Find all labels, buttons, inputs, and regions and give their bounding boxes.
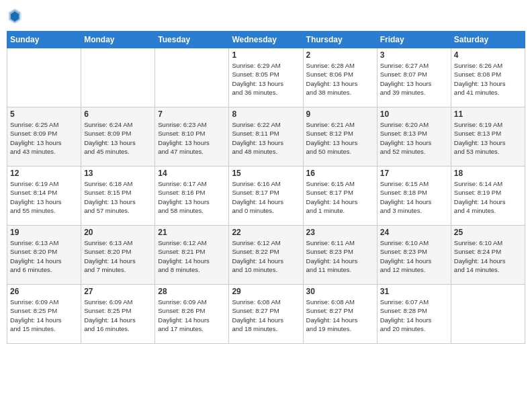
calendar-cell: 27Sunrise: 6:09 AM Sunset: 8:25 PM Dayli… [81,285,155,344]
calendar-cell: 5Sunrise: 6:25 AM Sunset: 8:09 PM Daylig… [7,107,81,167]
day-number: 17 [380,169,448,178]
day-info: Sunrise: 6:10 AM Sunset: 8:24 PM Dayligh… [454,238,522,274]
day-number: 3 [380,50,448,60]
day-info: Sunrise: 6:23 AM Sunset: 8:10 PM Dayligh… [158,120,226,156]
day-info: Sunrise: 6:28 AM Sunset: 8:06 PM Dayligh… [306,61,374,97]
day-number: 16 [306,169,374,178]
day-number: 28 [158,287,226,296]
day-info: Sunrise: 6:10 AM Sunset: 8:23 PM Dayligh… [380,238,448,274]
col-thursday: Thursday [303,32,377,48]
calendar-cell: 19Sunrise: 6:13 AM Sunset: 8:20 PM Dayli… [7,226,81,285]
day-number: 24 [380,228,448,237]
day-info: Sunrise: 6:12 AM Sunset: 8:22 PM Dayligh… [232,238,300,274]
calendar-cell [81,48,155,107]
calendar-cell [7,48,81,107]
calendar-cell: 11Sunrise: 6:19 AM Sunset: 8:13 PM Dayli… [451,107,525,167]
calendar-cell: 23Sunrise: 6:11 AM Sunset: 8:23 PM Dayli… [303,226,377,285]
calendar-cell: 28Sunrise: 6:09 AM Sunset: 8:26 PM Dayli… [155,285,229,344]
calendar-cell: 6Sunrise: 6:24 AM Sunset: 8:09 PM Daylig… [81,107,155,167]
calendar-cell: 18Sunrise: 6:14 AM Sunset: 8:19 PM Dayli… [451,167,525,226]
calendar-week-4: 19Sunrise: 6:13 AM Sunset: 8:20 PM Dayli… [7,226,525,285]
calendar-week-2: 5Sunrise: 6:25 AM Sunset: 8:09 PM Daylig… [7,107,525,167]
calendar-header-row: Sunday Monday Tuesday Wednesday Thursday… [7,32,525,48]
day-number: 25 [454,228,522,237]
day-number: 7 [158,109,226,119]
day-number: 15 [232,169,300,178]
day-number: 29 [232,287,300,296]
day-number: 23 [306,228,374,237]
day-number: 12 [10,169,78,178]
day-info: Sunrise: 6:18 AM Sunset: 8:15 PM Dayligh… [84,179,152,215]
day-info: Sunrise: 6:29 AM Sunset: 8:05 PM Dayligh… [232,61,300,97]
day-number: 26 [10,287,78,296]
calendar-cell: 17Sunrise: 6:15 AM Sunset: 8:18 PM Dayli… [377,167,451,226]
day-number: 8 [232,109,300,119]
day-number: 18 [454,169,522,178]
day-number: 13 [84,169,152,178]
day-info: Sunrise: 6:21 AM Sunset: 8:12 PM Dayligh… [306,120,374,156]
calendar-cell [155,48,229,107]
day-number: 10 [380,109,448,119]
day-info: Sunrise: 6:09 AM Sunset: 8:26 PM Dayligh… [158,298,226,333]
col-sunday: Sunday [7,32,81,48]
col-monday: Monday [81,32,155,48]
day-info: Sunrise: 6:20 AM Sunset: 8:13 PM Dayligh… [380,120,448,156]
day-number: 9 [306,109,374,119]
day-number: 11 [454,109,522,119]
day-number: 22 [232,228,300,237]
header [7,7,525,26]
calendar-cell: 25Sunrise: 6:10 AM Sunset: 8:24 PM Dayli… [451,226,525,285]
logo-icon [7,7,23,26]
day-number: 20 [84,228,152,237]
calendar-cell: 15Sunrise: 6:16 AM Sunset: 8:17 PM Dayli… [229,167,303,226]
day-info: Sunrise: 6:17 AM Sunset: 8:16 PM Dayligh… [158,179,226,215]
day-info: Sunrise: 6:25 AM Sunset: 8:09 PM Dayligh… [10,120,78,156]
day-info: Sunrise: 6:16 AM Sunset: 8:17 PM Dayligh… [232,179,300,215]
day-number: 5 [10,109,78,119]
calendar-cell: 3Sunrise: 6:27 AM Sunset: 8:07 PM Daylig… [377,48,451,107]
calendar-week-5: 26Sunrise: 6:09 AM Sunset: 8:25 PM Dayli… [7,285,525,344]
day-info: Sunrise: 6:13 AM Sunset: 8:20 PM Dayligh… [10,238,78,274]
calendar-cell: 1Sunrise: 6:29 AM Sunset: 8:05 PM Daylig… [229,48,303,107]
day-info: Sunrise: 6:24 AM Sunset: 8:09 PM Dayligh… [84,120,152,156]
calendar-cell: 8Sunrise: 6:22 AM Sunset: 8:11 PM Daylig… [229,107,303,167]
day-number: 2 [306,50,374,60]
col-saturday: Saturday [451,32,525,48]
calendar-cell: 9Sunrise: 6:21 AM Sunset: 8:12 PM Daylig… [303,107,377,167]
day-info: Sunrise: 6:13 AM Sunset: 8:20 PM Dayligh… [84,238,152,274]
calendar-cell: 24Sunrise: 6:10 AM Sunset: 8:23 PM Dayli… [377,226,451,285]
day-info: Sunrise: 6:27 AM Sunset: 8:07 PM Dayligh… [380,61,448,97]
day-info: Sunrise: 6:07 AM Sunset: 8:28 PM Dayligh… [380,298,448,333]
day-info: Sunrise: 6:11 AM Sunset: 8:23 PM Dayligh… [306,238,374,274]
calendar-cell: 22Sunrise: 6:12 AM Sunset: 8:22 PM Dayli… [229,226,303,285]
calendar-cell: 21Sunrise: 6:12 AM Sunset: 8:21 PM Dayli… [155,226,229,285]
calendar-cell: 26Sunrise: 6:09 AM Sunset: 8:25 PM Dayli… [7,285,81,344]
col-tuesday: Tuesday [155,32,229,48]
calendar-cell: 2Sunrise: 6:28 AM Sunset: 8:06 PM Daylig… [303,48,377,107]
col-friday: Friday [377,32,451,48]
logo [7,7,26,26]
calendar-cell [451,285,525,344]
calendar-cell: 31Sunrise: 6:07 AM Sunset: 8:28 PM Dayli… [377,285,451,344]
day-info: Sunrise: 6:08 AM Sunset: 8:27 PM Dayligh… [306,298,374,333]
calendar-cell: 7Sunrise: 6:23 AM Sunset: 8:10 PM Daylig… [155,107,229,167]
day-number: 14 [158,169,226,178]
day-info: Sunrise: 6:22 AM Sunset: 8:11 PM Dayligh… [232,120,300,156]
day-number: 31 [380,287,448,296]
day-number: 4 [454,50,522,60]
day-number: 19 [10,228,78,237]
page: Sunday Monday Tuesday Wednesday Thursday… [0,0,532,411]
day-info: Sunrise: 6:19 AM Sunset: 8:14 PM Dayligh… [10,179,78,215]
calendar-cell: 29Sunrise: 6:08 AM Sunset: 8:27 PM Dayli… [229,285,303,344]
day-number: 27 [84,287,152,296]
calendar-cell: 30Sunrise: 6:08 AM Sunset: 8:27 PM Dayli… [303,285,377,344]
day-info: Sunrise: 6:19 AM Sunset: 8:13 PM Dayligh… [454,120,522,156]
day-number: 6 [84,109,152,119]
calendar-cell: 14Sunrise: 6:17 AM Sunset: 8:16 PM Dayli… [155,167,229,226]
day-info: Sunrise: 6:15 AM Sunset: 8:18 PM Dayligh… [380,179,448,215]
day-number: 21 [158,228,226,237]
calendar-week-1: 1Sunrise: 6:29 AM Sunset: 8:05 PM Daylig… [7,48,525,107]
calendar-cell: 10Sunrise: 6:20 AM Sunset: 8:13 PM Dayli… [377,107,451,167]
day-info: Sunrise: 6:15 AM Sunset: 8:17 PM Dayligh… [306,179,374,215]
day-info: Sunrise: 6:09 AM Sunset: 8:25 PM Dayligh… [84,298,152,333]
